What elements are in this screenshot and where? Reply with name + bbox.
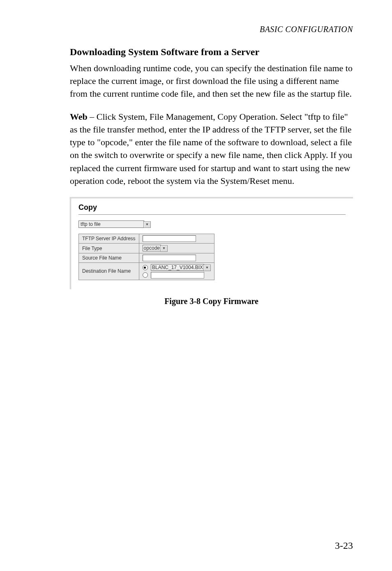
cell-file-type-value: opcode ▼: [139, 244, 214, 253]
copy-form-table: TFTP Server IP Address File Type opcode …: [78, 234, 214, 280]
label-dest-file: Destination File Name: [79, 262, 139, 280]
row-dest-file: Destination File Name BLANC_17_V1004.BIX…: [79, 262, 214, 280]
cell-source-file-value: [139, 253, 214, 262]
running-head-text: BASIC CONFIGURATION: [260, 25, 353, 34]
label-file-type: File Type: [79, 244, 139, 253]
tftp-server-input[interactable]: [143, 235, 196, 242]
page-number: 3-23: [335, 540, 353, 551]
chevron-down-icon[interactable]: ▼: [160, 245, 168, 252]
transfer-method-select[interactable]: tftp to file: [78, 221, 144, 228]
figure-caption: Figure 3-8 Copy Firmware: [70, 297, 353, 306]
para2-rest: – Click System, File Management, Copy Op…: [70, 111, 352, 186]
paragraph-1: When downloading runtime code, you can s…: [70, 62, 353, 100]
row-file-type: File Type opcode ▼: [79, 244, 214, 253]
para2-lead: Web: [70, 111, 88, 122]
dest-radio-existing[interactable]: [143, 265, 148, 270]
panel-divider: [78, 214, 346, 215]
source-file-input[interactable]: [143, 255, 196, 261]
file-type-select[interactable]: opcode: [143, 245, 161, 251]
paragraph-2: Web – Click System, File Management, Cop…: [70, 110, 353, 187]
dest-file-select-value: BLANC_17_V1004.BIX: [152, 265, 203, 270]
chevron-down-icon[interactable]: ▼: [203, 265, 211, 271]
label-source-file: Source File Name: [79, 253, 139, 262]
dest-file-new-input[interactable]: [151, 272, 204, 279]
label-tftp-server: TFTP Server IP Address: [79, 234, 139, 244]
file-type-value: opcode: [144, 245, 160, 251]
cell-dest-file-value: BLANC_17_V1004.BIX ▼: [139, 262, 214, 280]
section-heading: Downloading System Software from a Serve…: [70, 46, 353, 58]
cell-tftp-server-value: [139, 234, 214, 244]
copy-panel: Copy tftp to file ▼ TFTP Server IP Addre…: [70, 197, 353, 289]
dest-file-select[interactable]: BLANC_17_V1004.BIX: [151, 264, 204, 271]
chevron-down-icon[interactable]: ▼: [143, 221, 151, 228]
transfer-method-value: tftp to file: [80, 221, 143, 227]
copy-panel-title: Copy: [78, 203, 346, 212]
row-tftp-server: TFTP Server IP Address: [79, 234, 214, 244]
running-head: BASIC CONFIGURATION: [70, 25, 353, 34]
row-source-file: Source File Name: [79, 253, 214, 262]
dest-radio-new[interactable]: [143, 272, 148, 278]
